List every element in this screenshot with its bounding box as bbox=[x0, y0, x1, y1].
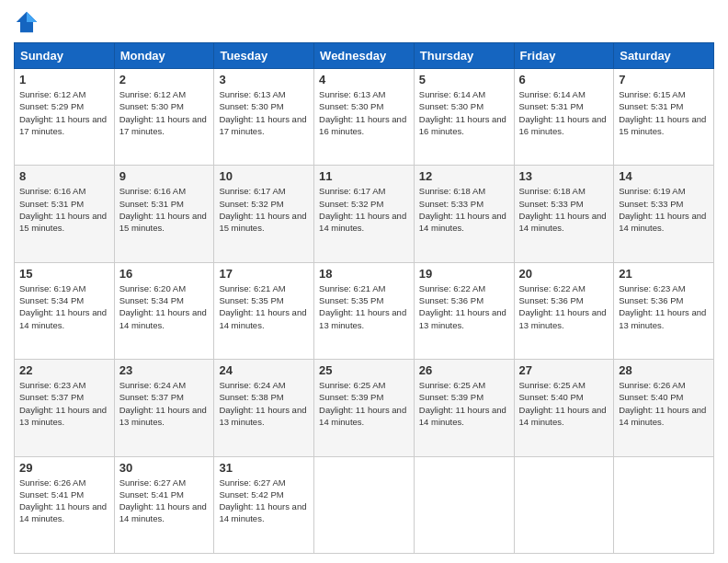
day-number: 6 bbox=[519, 73, 609, 86]
sunset-label: Sunset: 5:41 PM bbox=[119, 489, 184, 500]
daylight-label: Daylight: 11 hours and 14 minutes. bbox=[619, 405, 706, 427]
calendar-cell: 19 Sunrise: 6:22 AM Sunset: 5:36 PM Dayl… bbox=[414, 262, 514, 359]
sunset-label: Sunset: 5:39 PM bbox=[419, 392, 483, 402]
day-info: Sunrise: 6:22 AM Sunset: 5:36 PM Dayligh… bbox=[519, 282, 609, 331]
calendar-cell: 21 Sunrise: 6:23 AM Sunset: 5:36 PM Dayl… bbox=[614, 262, 714, 359]
day-number: 25 bbox=[319, 363, 409, 377]
col-header-wednesday: Wednesday bbox=[314, 43, 415, 69]
sunrise-label: Sunrise: 6:23 AM bbox=[19, 380, 85, 390]
day-number: 29 bbox=[19, 461, 109, 475]
calendar-cell: 30 Sunrise: 6:27 AM Sunset: 5:41 PM Dayl… bbox=[114, 456, 214, 553]
calendar-cell: 27 Sunrise: 6:25 AM Sunset: 5:40 PM Dayl… bbox=[514, 360, 614, 456]
svg-marker-1 bbox=[27, 12, 37, 22]
sunset-label: Sunset: 5:30 PM bbox=[319, 101, 383, 111]
page: SundayMondayTuesdayWednesdayThursdayFrid… bbox=[0, 0, 728, 563]
sunset-label: Sunset: 5:41 PM bbox=[19, 489, 84, 500]
day-info: Sunrise: 6:23 AM Sunset: 5:36 PM Dayligh… bbox=[619, 282, 709, 331]
calendar-cell bbox=[614, 456, 714, 553]
day-info: Sunrise: 6:27 AM Sunset: 5:41 PM Dayligh… bbox=[119, 477, 210, 525]
daylight-label: Daylight: 11 hours and 15 minutes. bbox=[19, 211, 107, 233]
sunrise-label: Sunrise: 6:25 AM bbox=[319, 380, 385, 390]
calendar-cell: 5 Sunrise: 6:14 AM Sunset: 5:30 PM Dayli… bbox=[414, 69, 514, 166]
sunrise-label: Sunrise: 6:15 AM bbox=[619, 89, 685, 99]
calendar-cell: 17 Sunrise: 6:21 AM Sunset: 5:35 PM Dayl… bbox=[214, 262, 314, 359]
daylight-label: Daylight: 11 hours and 14 minutes. bbox=[419, 405, 506, 427]
day-number: 9 bbox=[119, 169, 210, 183]
day-info: Sunrise: 6:17 AM Sunset: 5:32 PM Dayligh… bbox=[319, 185, 409, 234]
calendar-header-row: SundayMondayTuesdayWednesdayThursdayFrid… bbox=[15, 43, 714, 69]
calendar-cell: 12 Sunrise: 6:18 AM Sunset: 5:33 PM Dayl… bbox=[414, 166, 514, 262]
daylight-label: Daylight: 11 hours and 14 minutes. bbox=[119, 307, 207, 329]
sunset-label: Sunset: 5:32 PM bbox=[219, 199, 283, 209]
sunrise-label: Sunrise: 6:13 AM bbox=[319, 89, 385, 99]
sunrise-label: Sunrise: 6:14 AM bbox=[419, 89, 485, 99]
daylight-label: Daylight: 11 hours and 14 minutes. bbox=[619, 211, 706, 233]
day-number: 30 bbox=[119, 461, 210, 475]
day-number: 12 bbox=[419, 169, 509, 183]
sunrise-label: Sunrise: 6:22 AM bbox=[419, 283, 485, 293]
day-info: Sunrise: 6:24 AM Sunset: 5:38 PM Dayligh… bbox=[219, 379, 309, 428]
calendar-cell: 22 Sunrise: 6:23 AM Sunset: 5:37 PM Dayl… bbox=[15, 360, 115, 456]
calendar-cell: 2 Sunrise: 6:12 AM Sunset: 5:30 PM Dayli… bbox=[114, 69, 214, 166]
day-number: 10 bbox=[219, 169, 309, 183]
day-info: Sunrise: 6:25 AM Sunset: 5:39 PM Dayligh… bbox=[419, 379, 509, 428]
daylight-label: Daylight: 11 hours and 15 minutes. bbox=[219, 211, 306, 233]
week-row-5: 29 Sunrise: 6:26 AM Sunset: 5:41 PM Dayl… bbox=[15, 456, 714, 553]
day-number: 19 bbox=[419, 267, 509, 281]
sunset-label: Sunset: 5:30 PM bbox=[219, 101, 283, 111]
sunset-label: Sunset: 5:37 PM bbox=[119, 392, 184, 402]
sunrise-label: Sunrise: 6:17 AM bbox=[219, 186, 285, 196]
day-number: 13 bbox=[519, 169, 609, 183]
calendar-cell bbox=[414, 456, 514, 553]
sunset-label: Sunset: 5:39 PM bbox=[319, 392, 383, 402]
sunset-label: Sunset: 5:33 PM bbox=[419, 199, 483, 209]
day-info: Sunrise: 6:21 AM Sunset: 5:35 PM Dayligh… bbox=[219, 282, 309, 331]
week-row-4: 22 Sunrise: 6:23 AM Sunset: 5:37 PM Dayl… bbox=[15, 360, 714, 456]
daylight-label: Daylight: 11 hours and 14 minutes. bbox=[319, 211, 406, 233]
calendar-cell: 7 Sunrise: 6:15 AM Sunset: 5:31 PM Dayli… bbox=[614, 69, 714, 166]
sunrise-label: Sunrise: 6:23 AM bbox=[619, 283, 685, 293]
day-number: 28 bbox=[619, 363, 709, 377]
week-row-3: 15 Sunrise: 6:19 AM Sunset: 5:34 PM Dayl… bbox=[15, 262, 714, 359]
day-number: 18 bbox=[319, 267, 409, 281]
calendar-cell: 11 Sunrise: 6:17 AM Sunset: 5:32 PM Dayl… bbox=[314, 166, 415, 262]
daylight-label: Daylight: 11 hours and 14 minutes. bbox=[19, 501, 107, 523]
day-number: 15 bbox=[19, 267, 109, 281]
col-header-friday: Friday bbox=[514, 43, 614, 69]
sunset-label: Sunset: 5:29 PM bbox=[19, 101, 84, 111]
col-header-thursday: Thursday bbox=[414, 43, 514, 69]
calendar-cell bbox=[314, 456, 415, 553]
col-header-monday: Monday bbox=[114, 43, 214, 69]
calendar-cell: 18 Sunrise: 6:21 AM Sunset: 5:35 PM Dayl… bbox=[314, 262, 415, 359]
sunset-label: Sunset: 5:35 PM bbox=[219, 295, 283, 305]
sunset-label: Sunset: 5:36 PM bbox=[519, 295, 584, 305]
calendar-cell bbox=[514, 456, 614, 553]
sunrise-label: Sunrise: 6:27 AM bbox=[219, 477, 285, 488]
day-info: Sunrise: 6:13 AM Sunset: 5:30 PM Dayligh… bbox=[319, 88, 409, 137]
col-header-sunday: Sunday bbox=[15, 43, 115, 69]
sunrise-label: Sunrise: 6:25 AM bbox=[419, 380, 485, 390]
day-info: Sunrise: 6:20 AM Sunset: 5:34 PM Dayligh… bbox=[119, 282, 210, 331]
calendar-cell: 16 Sunrise: 6:20 AM Sunset: 5:34 PM Dayl… bbox=[114, 262, 214, 359]
day-number: 5 bbox=[419, 73, 509, 86]
calendar-cell: 1 Sunrise: 6:12 AM Sunset: 5:29 PM Dayli… bbox=[15, 69, 115, 166]
sunrise-label: Sunrise: 6:21 AM bbox=[319, 283, 385, 293]
col-header-saturday: Saturday bbox=[614, 43, 714, 69]
daylight-label: Daylight: 11 hours and 16 minutes. bbox=[519, 114, 607, 136]
daylight-label: Daylight: 11 hours and 13 minutes. bbox=[19, 405, 107, 427]
day-number: 8 bbox=[19, 169, 109, 183]
sunrise-label: Sunrise: 6:13 AM bbox=[219, 89, 285, 99]
sunset-label: Sunset: 5:36 PM bbox=[419, 295, 483, 305]
sunset-label: Sunset: 5:37 PM bbox=[19, 392, 84, 402]
calendar-table: SundayMondayTuesdayWednesdayThursdayFrid… bbox=[14, 42, 714, 554]
day-number: 3 bbox=[219, 73, 309, 86]
sunset-label: Sunset: 5:33 PM bbox=[519, 199, 584, 209]
sunset-label: Sunset: 5:36 PM bbox=[619, 295, 683, 305]
day-number: 20 bbox=[519, 267, 609, 281]
calendar-cell: 25 Sunrise: 6:25 AM Sunset: 5:39 PM Dayl… bbox=[314, 360, 415, 456]
day-info: Sunrise: 6:14 AM Sunset: 5:31 PM Dayligh… bbox=[519, 88, 609, 137]
daylight-label: Daylight: 11 hours and 14 minutes. bbox=[319, 405, 406, 427]
sunrise-label: Sunrise: 6:22 AM bbox=[519, 283, 586, 293]
sunrise-label: Sunrise: 6:18 AM bbox=[519, 186, 586, 196]
sunrise-label: Sunrise: 6:26 AM bbox=[619, 380, 685, 390]
